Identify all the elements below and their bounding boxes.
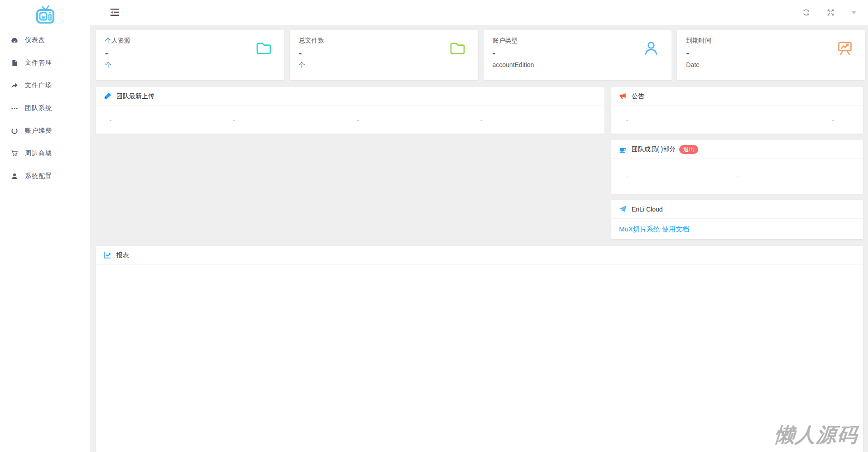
sidebar-item-label: 文件广场 — [25, 82, 52, 90]
sidebar: e 仪表盘 文件管理 文件广场 — [0, 0, 90, 452]
user-icon — [10, 172, 19, 180]
sidebar-item-file-square[interactable]: 文件广场 — [0, 74, 90, 97]
stat-card-title: 到期时间 — [686, 37, 856, 45]
placeholder-dash: - — [626, 173, 737, 180]
user-dropdown-caret[interactable] — [851, 10, 857, 14]
placeholder-dash: - — [737, 173, 847, 180]
stat-card-value: - — [299, 48, 469, 58]
sidebar-item-label: 仪表盘 — [25, 36, 45, 44]
sidebar-item-system-config[interactable]: 系统配置 — [0, 165, 90, 188]
placeholder-dash: - — [233, 116, 357, 123]
panel-title: 团队最新上传 — [116, 92, 154, 101]
stat-card-title: 个人资源 — [105, 37, 275, 45]
stat-card-total-files: 总文件数 - 个 — [290, 30, 478, 80]
topbar — [90, 0, 868, 25]
stat-card-value: - — [686, 48, 856, 58]
pen-icon — [104, 92, 111, 100]
circle-notch-icon — [10, 127, 19, 135]
enli-cloud-body: MuX切片系统 使用文档 — [611, 219, 863, 240]
panel-title: 公告 — [632, 92, 644, 101]
stat-card-value: - — [105, 48, 275, 58]
outdent-icon — [110, 9, 119, 16]
paper-plane-icon — [619, 205, 627, 213]
sidebar-item-file-management[interactable]: 文件管理 — [0, 52, 90, 74]
sidebar-collapse-button[interactable] — [110, 9, 119, 16]
watermark: 懒人源码 — [774, 422, 859, 448]
report-header: 报表 — [96, 246, 863, 265]
report-panel: 报表 — [96, 246, 863, 452]
cup-icon — [619, 145, 627, 153]
placeholder-dash: - — [110, 116, 233, 123]
sidebar-item-label: 系统配置 — [25, 172, 52, 180]
placeholder-dash: - — [832, 116, 834, 123]
stat-card-personal-resources: 个人资源 - 个 — [96, 30, 284, 80]
placeholder-dash: - — [480, 116, 604, 123]
panel-title: EnLi Cloud — [632, 206, 663, 213]
topbar-actions — [802, 0, 857, 25]
stat-card-unit: Date — [686, 61, 856, 68]
stat-card-unit: 个 — [105, 61, 275, 69]
panel-title: 报表 — [116, 251, 129, 260]
announcement-body: - - — [611, 106, 863, 133]
dashboard-content: 个人资源 - 个 总文件数 - 个 账户类型 - accountEdition — [90, 25, 868, 452]
sidebar-item-label: 账户续费 — [25, 127, 52, 135]
folder-icon — [256, 40, 272, 56]
team-uploads-header: 团队最新上传 — [96, 87, 604, 106]
mux-docs-link[interactable]: MuX切片系统 使用文档 — [619, 225, 689, 233]
announcement-panel: 公告 - - — [611, 87, 863, 134]
stat-card-unit: 个 — [299, 61, 469, 69]
exit-team-badge[interactable]: 退出 — [679, 145, 698, 154]
file-icon — [10, 59, 19, 67]
team-members-panel: 团队成员( )部分 退出 - - — [611, 140, 863, 194]
stat-card-title: 总文件数 — [299, 37, 469, 45]
stat-card-unit: accountEdition — [493, 61, 663, 68]
stat-cards-row: 个人资源 - 个 总文件数 - 个 账户类型 - accountEdition — [96, 30, 865, 80]
sidebar-item-team-system[interactable]: 团队系统 — [0, 97, 90, 120]
tv-logo-icon: e — [34, 5, 57, 24]
sidebar-menu: 仪表盘 文件管理 文件广场 团队系统 — [0, 29, 90, 188]
stat-card-expiry: 到期时间 - Date — [677, 30, 865, 80]
panel-title: 团队成员( )部分 — [632, 145, 676, 154]
sidebar-item-label: 周边商城 — [25, 149, 52, 158]
folder-icon — [450, 40, 466, 56]
sidebar-item-label: 文件管理 — [25, 59, 52, 67]
fullscreen-icon — [827, 9, 834, 16]
team-members-header: 团队成员( )部分 退出 — [611, 140, 863, 159]
caret-down-icon — [851, 10, 857, 14]
refresh-icon — [802, 9, 810, 16]
sidebar-item-account-renewal[interactable]: 账户续费 — [0, 120, 90, 142]
enli-cloud-header: EnLi Cloud — [611, 200, 863, 219]
presentation-chart-icon — [837, 40, 853, 56]
team-uploads-panel: 团队最新上传 - - - - — [96, 87, 604, 134]
stat-card-value: - — [493, 48, 663, 58]
enli-cloud-panel: EnLi Cloud MuX切片系统 使用文档 — [611, 200, 863, 239]
team-uploads-body: - - - - — [96, 106, 604, 133]
team-members-body: - - — [611, 159, 863, 193]
person-icon — [643, 40, 659, 56]
svg-text:e: e — [41, 14, 44, 20]
share-arrow-icon — [10, 82, 19, 90]
dashboard-gauge-icon — [10, 36, 19, 44]
placeholder-dash: - — [626, 116, 628, 123]
megaphone-icon — [619, 92, 627, 100]
chart-line-icon — [104, 251, 111, 259]
announcement-header: 公告 — [611, 87, 863, 106]
app-window: e 仪表盘 文件管理 文件广场 — [0, 0, 868, 452]
stat-card-title: 账户类型 — [493, 37, 663, 45]
shopping-cart-icon — [10, 149, 19, 158]
fullscreen-button[interactable] — [827, 9, 834, 16]
stat-card-account-type: 账户类型 - accountEdition — [484, 30, 672, 80]
ellipsis-icon — [10, 104, 19, 112]
sidebar-item-label: 团队系统 — [25, 104, 52, 112]
placeholder-dash: - — [357, 116, 480, 123]
sidebar-item-mall[interactable]: 周边商城 — [0, 142, 90, 165]
sidebar-item-dashboard[interactable]: 仪表盘 — [0, 29, 90, 52]
refresh-button[interactable] — [802, 9, 810, 16]
